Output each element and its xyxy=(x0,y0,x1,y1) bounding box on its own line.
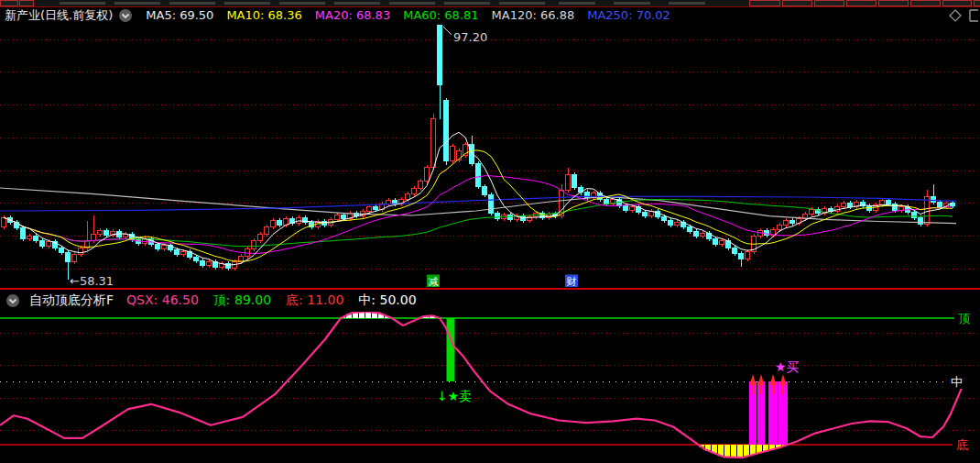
candle[interactable] xyxy=(713,239,718,245)
indicator-chart[interactable]: ↓★卖★买顶中底 xyxy=(0,312,980,463)
candle[interactable] xyxy=(669,221,673,226)
event-badge[interactable]: 财 xyxy=(565,275,578,288)
candle[interactable] xyxy=(342,215,346,218)
event-badge[interactable]: 减 xyxy=(427,275,440,288)
candle[interactable] xyxy=(252,241,256,249)
candle[interactable] xyxy=(98,230,103,234)
candle[interactable] xyxy=(66,253,71,262)
candle[interactable] xyxy=(746,251,750,259)
candle[interactable] xyxy=(931,196,936,202)
candle[interactable] xyxy=(156,244,160,248)
top-toolbar-strip[interactable] xyxy=(0,0,980,7)
candle[interactable] xyxy=(938,202,942,206)
toolbar-button[interactable] xyxy=(878,0,909,6)
toolbar-button[interactable] xyxy=(814,0,844,6)
toolbar-button[interactable] xyxy=(389,2,435,5)
candle[interactable] xyxy=(483,187,487,195)
candle[interactable] xyxy=(124,235,128,237)
candle[interactable] xyxy=(425,167,430,181)
maximize-icon[interactable] xyxy=(970,10,978,21)
window-icons[interactable] xyxy=(949,8,978,23)
candle[interactable] xyxy=(848,203,853,206)
candle[interactable] xyxy=(790,220,795,224)
candle[interactable] xyxy=(181,251,186,255)
candle[interactable] xyxy=(649,212,654,215)
toolbar-button[interactable] xyxy=(669,2,705,5)
toolbar-button[interactable] xyxy=(749,0,780,6)
candle[interactable] xyxy=(233,262,237,269)
diamond-icon[interactable] xyxy=(950,10,961,21)
candle[interactable] xyxy=(21,228,26,238)
chevron-down-icon[interactable] xyxy=(5,293,20,308)
toolbar-button[interactable] xyxy=(499,2,545,5)
candle[interactable] xyxy=(431,119,436,167)
candlestick-chart[interactable]: 97.20←58.31减财 xyxy=(0,24,980,288)
candle[interactable] xyxy=(624,205,628,210)
candle[interactable] xyxy=(572,175,577,188)
candle[interactable] xyxy=(694,232,699,237)
candle[interactable] xyxy=(784,220,789,225)
chevron-down-icon[interactable] xyxy=(118,8,133,23)
candle[interactable] xyxy=(412,189,417,194)
candle[interactable] xyxy=(34,236,38,241)
candle[interactable] xyxy=(566,175,571,191)
candle[interactable] xyxy=(842,203,846,206)
toolbar-button[interactable] xyxy=(279,2,325,5)
toolbar-button[interactable] xyxy=(169,2,215,5)
candle[interactable] xyxy=(207,261,212,265)
candle[interactable] xyxy=(476,164,481,187)
candle[interactable] xyxy=(720,240,724,244)
candle[interactable] xyxy=(175,250,180,255)
candle[interactable] xyxy=(521,216,526,221)
candle[interactable] xyxy=(451,147,455,161)
candle[interactable] xyxy=(278,220,282,225)
candle[interactable] xyxy=(495,213,500,218)
candle[interactable] xyxy=(335,215,340,219)
candle[interactable] xyxy=(47,242,51,247)
candle[interactable] xyxy=(245,248,250,256)
candle[interactable] xyxy=(265,227,269,235)
toolbar-button[interactable] xyxy=(224,2,270,5)
toolbar-button[interactable] xyxy=(0,0,18,6)
candle[interactable] xyxy=(675,222,680,226)
candle[interactable] xyxy=(489,194,494,213)
candle[interactable] xyxy=(374,206,378,210)
toolbar-button[interactable] xyxy=(846,0,877,6)
candle[interactable] xyxy=(470,144,474,163)
toolbar-button[interactable] xyxy=(334,2,380,5)
toolbar-button[interactable] xyxy=(942,0,972,6)
candle[interactable] xyxy=(194,257,199,260)
candle[interactable] xyxy=(662,216,667,220)
candle[interactable] xyxy=(643,212,648,215)
toolbar-button[interactable] xyxy=(19,0,34,6)
candle[interactable] xyxy=(810,210,814,215)
candle[interactable] xyxy=(630,207,635,211)
candle[interactable] xyxy=(117,232,122,237)
candle[interactable] xyxy=(701,233,705,237)
candle[interactable] xyxy=(297,217,301,223)
candle[interactable] xyxy=(419,181,423,189)
toolbar-button[interactable] xyxy=(614,2,650,5)
candle[interactable] xyxy=(258,235,263,241)
candle[interactable] xyxy=(201,260,205,265)
candle[interactable] xyxy=(60,248,64,253)
candle[interactable] xyxy=(393,201,397,204)
candle[interactable] xyxy=(40,241,45,247)
candle[interactable] xyxy=(688,227,692,232)
candle[interactable] xyxy=(27,236,32,238)
toolbar-button[interactable] xyxy=(114,2,160,5)
candle[interactable] xyxy=(739,253,744,259)
candle[interactable] xyxy=(604,199,609,204)
toolbar-button[interactable] xyxy=(910,0,941,6)
candle[interactable] xyxy=(508,215,513,219)
candle[interactable] xyxy=(887,201,891,204)
candle[interactable] xyxy=(733,248,737,254)
candle[interactable] xyxy=(367,206,372,211)
candle[interactable] xyxy=(104,230,109,235)
candle[interactable] xyxy=(438,25,442,84)
toolbar-button[interactable] xyxy=(60,2,105,5)
toolbar-button[interactable] xyxy=(559,2,595,5)
candle[interactable] xyxy=(406,193,410,199)
candle[interactable] xyxy=(92,234,96,241)
candle[interactable] xyxy=(778,225,782,229)
